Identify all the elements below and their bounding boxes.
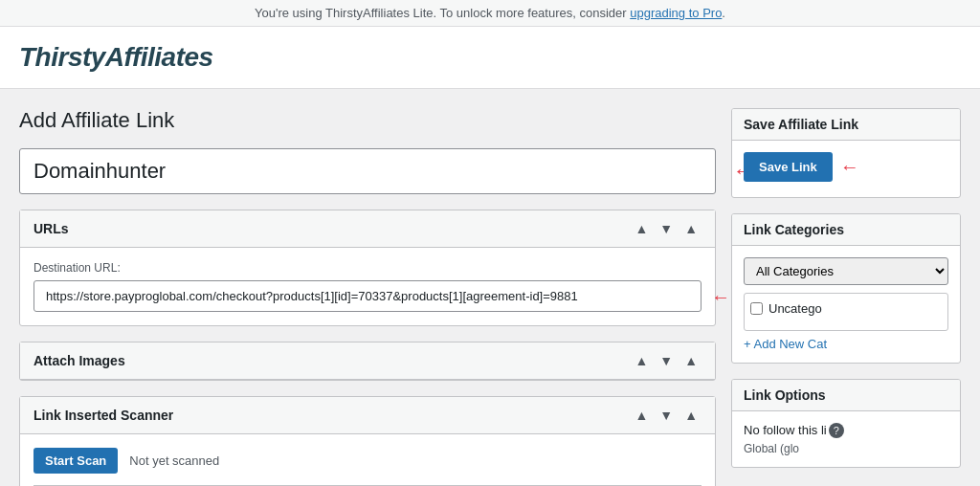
link-options-panel: Link Options No follow this li? Global (… — [731, 379, 961, 468]
banner-text: You're using ThirstyAffiliates Lite. To … — [255, 6, 630, 20]
scanner-panel-header: Link Inserted Scanner ▲ ▼ ▲ — [20, 397, 715, 434]
urls-panel-title: URLs — [33, 221, 69, 236]
top-banner: You're using ThirstyAffiliates Lite. To … — [0, 0, 980, 27]
title-input-wrap: ← — [19, 148, 716, 194]
nofollow-text: No follow this li — [744, 423, 827, 437]
destination-url-input[interactable] — [33, 280, 702, 312]
global-label: Global (glo — [744, 442, 948, 455]
add-new-category-link[interactable]: + Add New Cat — [744, 337, 948, 351]
save-panel-header: Save Affiliate Link — [732, 109, 960, 141]
urls-collapse-down[interactable]: ▼ — [656, 220, 677, 237]
sidebar-column: Save Affiliate Link Save Link ← Link Cat… — [731, 108, 961, 486]
urls-panel-body: Destination URL: ← — [20, 248, 715, 325]
destination-url-wrap: ← — [33, 280, 702, 312]
categories-panel-header: Link Categories — [732, 214, 960, 246]
attach-images-down[interactable]: ▼ — [656, 352, 677, 369]
scanner-panel-controls: ▲ ▼ ▲ — [631, 407, 702, 424]
urls-toggle[interactable]: ▲ — [680, 220, 702, 237]
main-column: Add Affiliate Link ← URLs ▲ ▼ ▲ Destinat… — [19, 108, 716, 486]
scan-status: Not yet scanned — [129, 453, 219, 468]
save-area: Save Link ← — [744, 152, 948, 182]
logo-bar: ThirstyAffiliates — [0, 27, 980, 89]
scanner-panel: Link Inserted Scanner ▲ ▼ ▲ Start Scan N… — [19, 396, 716, 486]
scanner-panel-title: Link Inserted Scanner — [33, 408, 173, 423]
urls-panel-controls: ▲ ▼ ▲ — [631, 220, 702, 237]
nofollow-row: No follow this li? — [744, 423, 948, 438]
page-title: Add Affiliate Link — [19, 108, 716, 133]
save-link-button[interactable]: Save Link — [744, 152, 833, 182]
urls-panel: URLs ▲ ▼ ▲ Destination URL: ← — [19, 210, 716, 326]
attach-images-panel: Attach Images ▲ ▼ ▲ — [19, 342, 716, 381]
scanner-header-row: Start Scan Not yet scanned — [33, 448, 702, 474]
link-options-body: No follow this li? Global (glo — [732, 411, 960, 467]
attach-images-toggle[interactable]: ▲ — [680, 352, 702, 369]
category-list: Uncatego — [744, 293, 948, 331]
banner-suffix: . — [722, 6, 725, 20]
attach-images-up[interactable]: ▲ — [631, 352, 652, 369]
categories-panel-body: All Categories Uncatego + Add New Cat — [732, 246, 960, 363]
logo: ThirstyAffiliates — [19, 42, 961, 73]
start-scan-button[interactable]: Start Scan — [33, 448, 118, 474]
destination-url-label: Destination URL: — [33, 261, 702, 275]
url-red-arrow: ← — [711, 285, 730, 307]
uncategorized-checkbox[interactable] — [750, 302, 763, 315]
uncategorized-label: Uncatego — [768, 301, 822, 316]
link-options-header: Link Options — [732, 380, 960, 411]
urls-collapse-up[interactable]: ▲ — [631, 220, 652, 237]
upgrade-link[interactable]: upgrading to Pro — [630, 6, 722, 20]
urls-panel-header: URLs ▲ ▼ ▲ — [20, 210, 715, 248]
categories-select[interactable]: All Categories — [744, 257, 948, 285]
scanner-down[interactable]: ▼ — [656, 407, 677, 424]
save-panel-body: Save Link ← — [732, 141, 960, 197]
scanner-panel-body: Start Scan Not yet scanned ID Title Post… — [20, 434, 715, 486]
content-area: Add Affiliate Link ← URLs ▲ ▼ ▲ Destinat… — [0, 89, 980, 486]
nofollow-help-icon[interactable]: ? — [829, 423, 844, 438]
attach-images-controls: ▲ ▼ ▲ — [631, 352, 702, 369]
category-item-uncategorized: Uncatego — [750, 299, 942, 318]
save-red-arrow: ← — [840, 156, 859, 178]
categories-panel: Link Categories All Categories Uncatego … — [731, 213, 961, 364]
save-panel: Save Affiliate Link Save Link ← — [731, 108, 961, 198]
scanner-up[interactable]: ▲ — [631, 407, 652, 424]
title-input[interactable] — [19, 148, 716, 194]
attach-images-header: Attach Images ▲ ▼ ▲ — [20, 342, 715, 380]
attach-images-title: Attach Images — [33, 353, 125, 368]
scanner-toggle[interactable]: ▲ — [680, 407, 702, 424]
